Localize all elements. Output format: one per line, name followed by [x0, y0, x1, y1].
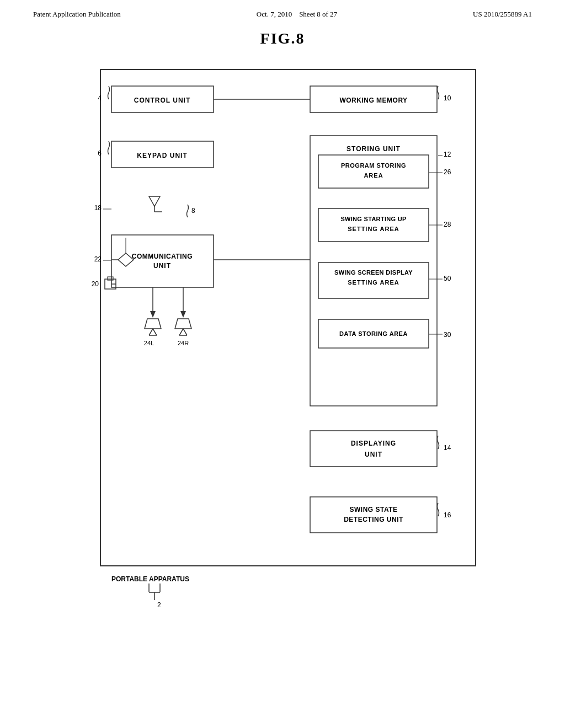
svg-marker-16: [118, 253, 134, 266]
svg-text:4: 4: [98, 94, 102, 102]
svg-rect-65: [310, 431, 437, 467]
svg-text:UNIT: UNIT: [365, 451, 382, 458]
svg-text:COMMUNICATING: COMMUNICATING: [132, 253, 193, 260]
svg-text:DATA  STORING  AREA: DATA STORING AREA: [339, 330, 408, 337]
svg-text:KEYPAD  UNIT: KEYPAD UNIT: [137, 152, 187, 159]
svg-text:SWING  STARTING  UP: SWING STARTING UP: [340, 216, 406, 222]
svg-text:28: 28: [444, 221, 451, 228]
svg-text:SETTING  AREA: SETTING AREA: [348, 226, 399, 232]
svg-text:SETTING  AREA: SETTING AREA: [348, 279, 399, 286]
svg-marker-11: [149, 196, 160, 206]
svg-text:STORING  UNIT: STORING UNIT: [347, 145, 401, 153]
svg-text:8: 8: [191, 207, 195, 215]
header-left: Patent Application Publication: [33, 10, 121, 19]
svg-text:DISPLAYING: DISPLAYING: [351, 440, 396, 447]
svg-line-30: [149, 329, 153, 335]
svg-text:20: 20: [92, 280, 99, 288]
svg-line-31: [153, 329, 157, 335]
svg-text:14: 14: [444, 444, 451, 452]
diagram-svg: CONTROL UNIT 4 KEYPAD UNIT 6 COMMUNICATI…: [67, 64, 498, 627]
svg-rect-7: [111, 235, 214, 287]
svg-marker-29: [145, 319, 161, 329]
svg-text:24L: 24L: [144, 340, 154, 346]
header-center: Oct. 7, 2010 Sheet 8 of 27: [257, 10, 337, 19]
svg-line-35: [179, 329, 183, 335]
svg-marker-26: [150, 311, 156, 318]
figure-title: FIG.8: [0, 30, 565, 47]
svg-rect-51: [318, 208, 429, 242]
svg-text:24R: 24R: [178, 340, 189, 346]
svg-text:22: 22: [94, 255, 102, 263]
svg-text:2: 2: [157, 601, 161, 609]
svg-text:PROGRAM  STORING: PROGRAM STORING: [341, 162, 406, 169]
svg-rect-69: [310, 497, 437, 533]
svg-marker-34: [175, 319, 191, 329]
svg-text:UNIT: UNIT: [153, 262, 171, 270]
svg-text:12: 12: [444, 151, 451, 158]
svg-text:WORKING MEMORY: WORKING MEMORY: [339, 97, 407, 104]
page-header: Patent Application Publication Oct. 7, 2…: [0, 0, 565, 24]
svg-rect-22: [108, 277, 113, 280]
svg-text:SWING  STATE: SWING STATE: [349, 506, 397, 513]
svg-text:6: 6: [98, 149, 102, 157]
svg-text:AREA: AREA: [364, 172, 383, 179]
svg-text:26: 26: [444, 168, 451, 176]
svg-line-36: [183, 329, 187, 335]
svg-text:50: 50: [444, 275, 451, 282]
svg-text:PORTABLE  APPARATUS: PORTABLE APPARATUS: [111, 575, 189, 583]
svg-rect-0: [100, 69, 476, 566]
svg-marker-28: [180, 311, 186, 318]
svg-text:16: 16: [444, 511, 451, 519]
svg-text:10: 10: [444, 94, 451, 102]
svg-text:CONTROL  UNIT: CONTROL UNIT: [134, 97, 190, 104]
svg-rect-46: [318, 155, 429, 188]
header-right: US 2010/255889 A1: [473, 10, 532, 19]
svg-text:18: 18: [94, 204, 102, 212]
svg-text:SWING  SCREEN  DISPLAY: SWING SCREEN DISPLAY: [334, 269, 413, 276]
svg-text:DETECTING  UNIT: DETECTING UNIT: [344, 516, 403, 523]
svg-text:30: 30: [444, 331, 451, 339]
